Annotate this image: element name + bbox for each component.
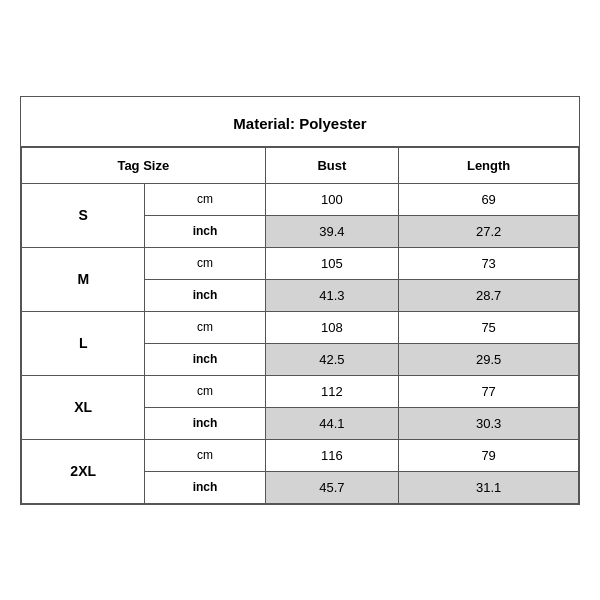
bust-inch: 42.5: [265, 343, 399, 375]
unit-cm: cm: [145, 183, 265, 215]
table-row: 2XLcm11679: [22, 439, 579, 471]
length-cm: 73: [399, 247, 579, 279]
table-row: Mcm10573: [22, 247, 579, 279]
bust-cm: 112: [265, 375, 399, 407]
bust-cm: 108: [265, 311, 399, 343]
chart-title: Material: Polyester: [21, 97, 579, 147]
unit-cm: cm: [145, 439, 265, 471]
header-tag-size: Tag Size: [22, 147, 266, 183]
tag-size-cell: XL: [22, 375, 145, 439]
bust-cm: 105: [265, 247, 399, 279]
table-row: Scm10069: [22, 183, 579, 215]
header-bust: Bust: [265, 147, 399, 183]
tag-size-cell: 2XL: [22, 439, 145, 503]
unit-cm: cm: [145, 311, 265, 343]
header-length: Length: [399, 147, 579, 183]
table-row: Lcm10875: [22, 311, 579, 343]
bust-inch: 39.4: [265, 215, 399, 247]
bust-inch: 45.7: [265, 471, 399, 503]
tag-size-cell: L: [22, 311, 145, 375]
bust-inch: 41.3: [265, 279, 399, 311]
unit-cm: cm: [145, 375, 265, 407]
unit-inch: inch: [145, 215, 265, 247]
length-cm: 77: [399, 375, 579, 407]
length-cm: 69: [399, 183, 579, 215]
bust-cm: 116: [265, 439, 399, 471]
length-inch: 31.1: [399, 471, 579, 503]
table-row: XLcm11277: [22, 375, 579, 407]
length-inch: 29.5: [399, 343, 579, 375]
size-chart-container: Material: Polyester Tag Size Bust Length…: [20, 96, 580, 505]
length-inch: 30.3: [399, 407, 579, 439]
bust-cm: 100: [265, 183, 399, 215]
length-cm: 75: [399, 311, 579, 343]
bust-inch: 44.1: [265, 407, 399, 439]
size-table: Tag Size Bust Length Scm10069inch39.427.…: [21, 147, 579, 504]
tag-size-cell: S: [22, 183, 145, 247]
unit-cm: cm: [145, 247, 265, 279]
unit-inch: inch: [145, 279, 265, 311]
unit-inch: inch: [145, 343, 265, 375]
unit-inch: inch: [145, 471, 265, 503]
tag-size-cell: M: [22, 247, 145, 311]
length-inch: 28.7: [399, 279, 579, 311]
length-inch: 27.2: [399, 215, 579, 247]
length-cm: 79: [399, 439, 579, 471]
unit-inch: inch: [145, 407, 265, 439]
